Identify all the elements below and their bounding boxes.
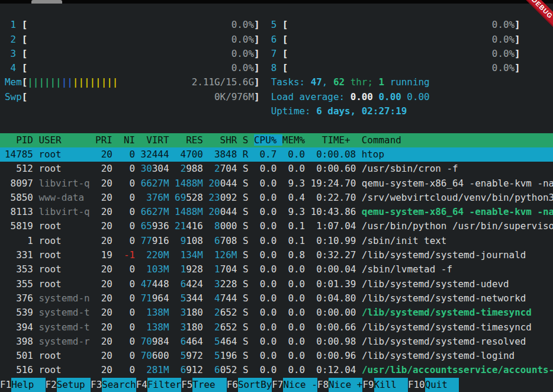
pad [209,364,215,375]
pri-cell: 20 [95,278,118,290]
mem-cell: 0.1 [282,235,311,246]
fkey-action-sortby[interactable]: SortBy [238,378,272,392]
fkey-action-filter[interactable]: Filter [147,378,181,392]
process-row-selected[interactable]: 14785 root 20 0 32444 4700 3848 R 0.7 0.… [0,147,553,162]
process-row[interactable]: 8113 libvirt-q 20 0 6627M 1488M 20044 S … [0,205,553,219]
column-header-command[interactable]: Command [362,134,553,146]
text [237,264,243,275]
time-cell: 0:00.98 [311,336,362,347]
pri-cell: 20 [95,206,118,217]
meter-bracket: [ [22,76,28,88]
swap-meter-row: Swp[ 0K/976M] Load average: 0.00 0.00 0.… [0,90,553,104]
fkey-action-help[interactable]: Help [11,378,45,392]
column-header-shr[interactable]: SHR [208,134,242,146]
fkey-f10[interactable]: F10 [408,378,425,392]
column-header-state[interactable]: S [243,134,254,146]
load-1min: 0.00 [351,91,373,102]
mem-value-low: 704 [220,163,237,174]
mem-value: 1488M [175,206,203,217]
text [5,105,271,117]
ni-cell: 0 [118,322,140,333]
process-row[interactable]: 394 systemd-t 20 0 138M 3180 2652 S 0.0 … [0,320,553,335]
process-row[interactable]: 5819 root 20 0 65936 21416 8000 S 0.0 0.… [0,219,553,233]
meter-bracket: ] [254,19,260,30]
column-header-pri[interactable]: PRI [95,134,118,146]
process-row[interactable]: 355 root 20 0 47448 6424 3228 S 0.0 0.0 … [0,277,553,291]
time-cell: 0:32.27 [311,249,362,261]
pad [209,163,215,174]
fkey-f7[interactable]: F7 [272,378,283,392]
mem-value-high: 5 [181,293,187,304]
state-cell: S [243,293,254,304]
fkey-action-search[interactable]: Search [102,378,136,392]
column-header-time[interactable]: TIME+ [311,134,362,146]
cpu-meter-row: 4 [ 0.0%] 8 [ 0.0%] [0,61,553,75]
fkey-f3[interactable]: F3 [91,378,102,392]
process-row[interactable]: 376 systemd-n 20 0 71964 5344 4744 S 0.0… [0,291,553,306]
fkey-action-quit[interactable]: Quit [425,378,459,392]
user-cell: root [38,278,95,290]
column-header-user[interactable]: USER [38,134,95,146]
mem-value-high: 6 [181,278,187,290]
text [169,178,175,189]
time-cell: 19:24.70 [311,178,362,189]
time-cell: 0:10.99 [311,235,362,246]
process-row[interactable]: 353 root 20 0 103M 1928 1704 S 0.0 0.0 0… [0,262,553,277]
pid-cell: 1 [5,235,38,246]
column-header-res[interactable]: RES [175,134,208,146]
fkey-f2[interactable]: F2 [46,378,57,392]
column-header-pid[interactable]: PID [5,134,38,146]
blank-line [0,118,553,133]
ni-cell: 0 [118,336,140,347]
command-cell: /srv/webvirtcloud/venv/bin/python3 [362,192,553,203]
meter-bracket: ] [515,48,520,59]
fkey-f9[interactable]: F9 [362,378,374,392]
column-header-virt[interactable]: VIRT [141,134,175,146]
mem-value-low: 448 [152,278,169,290]
ni-cell: 0 [118,178,140,189]
process-row[interactable]: 512 root 20 0 30304 2988 2704 S 0.0 0.0 … [0,162,553,176]
cpu6-meter-label: 6 [271,34,282,45]
mem-value-low: 600 [152,350,169,361]
column-header-ni[interactable]: NI [118,134,140,146]
process-row[interactable]: 5850 www-data 20 0 376M 69528 23092 S 0.… [0,191,553,205]
pad [175,264,181,275]
text [237,364,243,375]
fkey-action-nice-[interactable]: Nice + [329,378,362,392]
fkey-f1[interactable]: F1 [0,378,11,392]
column-header-cpu-sorted[interactable]: CPU% [254,134,282,146]
process-row[interactable]: 516 root 20 0 281M 6912 6052 S 0.0 0.0 0… [0,363,553,377]
process-row[interactable]: 8097 libvirt-q 20 0 6627M 1488M 20044 S … [0,176,553,191]
pid-cell: 516 [5,364,38,375]
pad [175,364,181,375]
meter-bracket: [ [282,19,288,30]
text [169,322,175,333]
meter-bracket: ] [254,48,260,59]
mem-cell: 0.0 [282,336,311,347]
ni-cell: 0 [118,278,140,290]
fkey-action-nice-[interactable]: Nice - [283,378,317,392]
fkey-action-setup[interactable]: Setup [57,378,91,392]
process-row[interactable]: 501 root 20 0 70600 5972 5196 S 0.0 0.0 … [0,349,553,363]
fkey-action-kill[interactable]: Kill [374,378,408,392]
fkey-f8[interactable]: F8 [317,378,329,392]
running-count: 1 [379,76,385,88]
htop-terminal-screen: { "chrome": { "ribbon_label": "DEBUG" },… [0,0,553,392]
process-row[interactable]: 331 root 19 -1 220M 134M 126M S 0.0 0.8 … [0,248,553,262]
fkey-f5[interactable]: F5 [181,378,192,392]
process-row[interactable]: 539 systemd-t 20 0 138M 3180 2652 S 0.0 … [0,306,553,320]
pad [175,307,181,318]
cpu-meter-row: 1 [ 0.0%] 5 [ 0.0%] [0,18,553,32]
meter-bracket: ] [254,76,260,88]
fkey-f6[interactable]: F6 [227,378,238,392]
fkey-f4[interactable]: F4 [136,378,147,392]
cpu-cell: 0.0 [254,364,282,375]
column-header-mem[interactable]: MEM% [282,134,311,146]
text [169,293,175,304]
process-row[interactable]: 1 root 20 0 77916 9108 6708 S 0.0 0.1 0:… [0,234,553,248]
fkey-action-tree[interactable]: Tree [192,378,226,392]
cpu-cell: 0.0 [254,206,282,217]
process-row[interactable]: 398 systemd-r 20 0 70984 6464 5464 S 0.0… [0,335,553,349]
uptime-row: Uptime: 6 days, 02:27:19 [0,104,553,118]
meter-bracket: ] [515,19,520,30]
